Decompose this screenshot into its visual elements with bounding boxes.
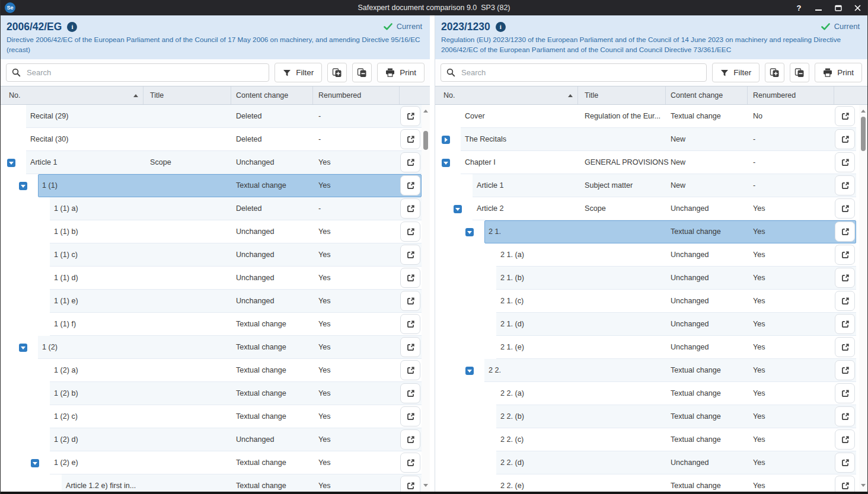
table-row[interactable]: 1 (1) f)Textual changeYes [1, 313, 422, 336]
column-header-renumbered[interactable]: Renumbered [753, 86, 796, 104]
expand-all-button[interactable] [327, 63, 347, 82]
search-input[interactable] [25, 68, 263, 78]
minimize-button[interactable] [809, 0, 828, 15]
table-row[interactable]: 1 (2) b)Textual changeYes [1, 382, 422, 405]
open-document-button[interactable] [835, 314, 855, 334]
open-document-button[interactable] [400, 337, 420, 357]
table-row[interactable]: 2 1. (d)UnchangedYes [435, 313, 857, 336]
scroll-down-arrow-icon[interactable] [423, 484, 428, 487]
table-row[interactable]: CoverRegulation of the Eur...Textual cha… [435, 105, 857, 128]
open-document-button[interactable] [400, 291, 420, 311]
help-button[interactable]: ? [789, 0, 809, 15]
scroll-up-arrow-icon[interactable] [423, 110, 428, 113]
open-document-button[interactable] [400, 383, 420, 403]
open-document-button[interactable] [400, 106, 420, 126]
open-document-button[interactable] [835, 106, 855, 126]
collapse-arrow-icon[interactable] [465, 228, 474, 236]
collapse-all-button[interactable] [790, 63, 809, 82]
table-row[interactable]: 1 (2) c)Textual changeYes [1, 405, 422, 428]
open-document-button[interactable] [835, 152, 855, 172]
open-document-button[interactable] [400, 129, 420, 149]
open-document-button[interactable] [400, 222, 420, 242]
table-row[interactable]: 2 2. (d)UnchangedYes [435, 451, 857, 474]
table-row[interactable]: Chapter IGENERAL PROVISIONSNew- [435, 151, 857, 174]
open-document-button[interactable] [835, 360, 855, 380]
table-row[interactable]: 2 1. (a)UnchangedYes [435, 243, 857, 267]
table-row[interactable]: 1 (1) b)UnchangedYes [1, 220, 422, 243]
column-header-content-change[interactable]: Content change [236, 86, 288, 104]
table-row[interactable]: Article 2ScopeUnchangedYes [435, 197, 857, 220]
table-row[interactable]: 1 (1) a)Deleted- [1, 197, 422, 220]
table-row[interactable]: 2 2. (c)Textual changeYes [435, 428, 857, 451]
table-row[interactable]: Recital (30)Deleted- [1, 128, 422, 151]
collapse-arrow-icon[interactable] [19, 182, 27, 190]
table-row[interactable]: 2 1. (b)UnchangedYes [435, 267, 857, 290]
table-row[interactable]: 1 (1) c)UnchangedYes [1, 243, 422, 267]
table-row[interactable]: 2 1. (e)UnchangedYes [435, 336, 857, 359]
column-header-title[interactable]: Title [150, 86, 164, 104]
scroll-up-arrow-icon[interactable] [861, 110, 866, 113]
collapse-arrow-icon[interactable] [31, 459, 39, 467]
info-icon[interactable]: i [67, 22, 77, 32]
table-row[interactable]: Article 1ScopeUnchangedYes [1, 151, 422, 174]
search-input[interactable] [460, 68, 701, 78]
table-row[interactable]: 2 2.Textual changeYes [435, 359, 857, 382]
open-document-button[interactable] [835, 383, 855, 403]
scrollbar[interactable] [859, 105, 867, 492]
column-header-renumbered[interactable]: Renumbered [318, 86, 361, 104]
open-document-button[interactable] [400, 152, 420, 172]
print-button[interactable]: Print [377, 63, 425, 82]
open-document-button[interactable] [400, 198, 420, 219]
expand-all-button[interactable] [765, 63, 784, 82]
table-row[interactable]: 1 (2) a)Textual changeYes [1, 359, 422, 382]
filter-button[interactable]: Filter [275, 63, 322, 82]
collapse-arrow-icon[interactable] [454, 205, 462, 213]
open-document-button[interactable] [400, 476, 420, 492]
table-row[interactable]: Article 1.2 e) first in...Textual change… [1, 474, 422, 492]
collapse-arrow-icon[interactable] [7, 159, 15, 167]
collapse-all-button[interactable] [352, 63, 372, 82]
open-document-button[interactable] [835, 476, 855, 492]
table-row[interactable]: 1 (2)Textual changeYes [1, 336, 422, 359]
print-button[interactable]: Print [815, 63, 862, 82]
open-document-button[interactable] [400, 453, 420, 473]
open-document-button[interactable] [400, 175, 420, 195]
collapse-arrow-icon[interactable] [19, 344, 27, 352]
open-document-button[interactable] [400, 314, 420, 334]
table-row[interactable]: 1 (1) e)UnchangedYes [1, 290, 422, 313]
table-row[interactable]: Article 1Subject matterNew- [435, 174, 857, 197]
table-row[interactable]: 1 (1) d)UnchangedYes [1, 267, 422, 290]
column-header-no[interactable]: No. [9, 86, 20, 104]
table-row[interactable]: 1 (2) e)Textual changeYes [1, 451, 422, 474]
open-document-button[interactable] [835, 453, 855, 473]
collapse-arrow-icon[interactable] [442, 159, 450, 167]
collapse-arrow-icon[interactable] [465, 367, 474, 375]
open-document-button[interactable] [835, 129, 855, 149]
scrollbar-thumb[interactable] [861, 117, 866, 151]
table-row[interactable]: 2 1. (c)UnchangedYes [435, 290, 857, 313]
table-row[interactable]: 2 2. (a)Textual changeYes [435, 382, 857, 405]
table-row[interactable]: 2 1.Textual changeYes [435, 220, 857, 243]
table-row[interactable]: 1 (1)Textual changeYes [1, 174, 422, 197]
scrollbar-thumb[interactable] [423, 131, 428, 150]
table-row[interactable]: 1 (2) d)UnchangedYes [1, 428, 422, 451]
column-header-content-change[interactable]: Content change [671, 86, 723, 104]
table-row[interactable]: Recital (29)Deleted- [1, 105, 422, 128]
table-row[interactable]: The RecitalsNew- [435, 128, 857, 151]
filter-button[interactable]: Filter [712, 63, 760, 82]
column-header-no[interactable]: No. [443, 86, 455, 104]
maximize-button[interactable] [828, 0, 848, 15]
open-document-button[interactable] [400, 245, 420, 265]
open-document-button[interactable] [835, 198, 855, 219]
table-row[interactable]: 2 2. (b)Textual changeYes [435, 405, 857, 428]
column-header-title[interactable]: Title [585, 86, 598, 104]
open-document-button[interactable] [835, 222, 855, 242]
close-button[interactable] [848, 0, 867, 15]
scroll-down-arrow-icon[interactable] [861, 484, 866, 487]
open-document-button[interactable] [400, 268, 420, 288]
open-document-button[interactable] [835, 268, 855, 288]
expand-arrow-icon[interactable] [442, 136, 450, 144]
scrollbar[interactable] [422, 105, 430, 492]
info-icon[interactable]: i [496, 22, 506, 32]
open-document-button[interactable] [835, 245, 855, 265]
